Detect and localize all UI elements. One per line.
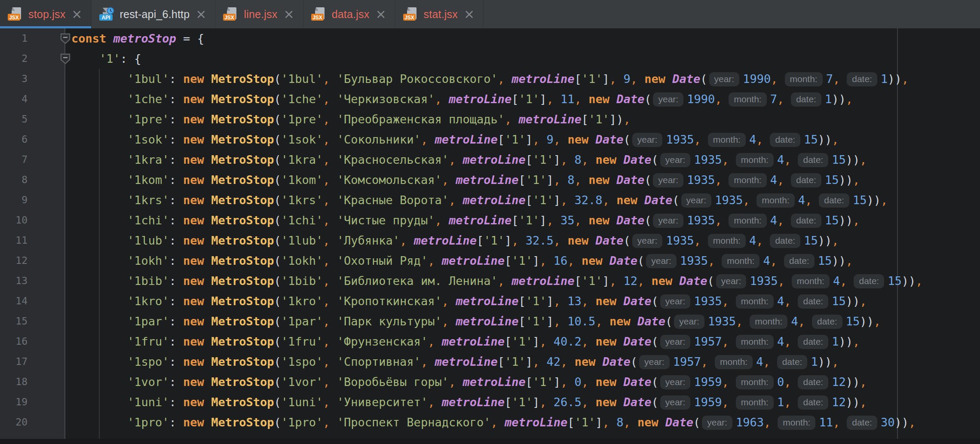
tab-label: line.jsx	[244, 8, 277, 21]
tab-close-icon[interactable]: ×	[463, 8, 475, 21]
comma-token: ,	[764, 416, 771, 429]
class-name-token: MetroStop	[211, 234, 274, 247]
comma-token: ,	[323, 375, 330, 389]
keyword-token: new	[183, 335, 204, 348]
comma-token: ,	[323, 193, 330, 207]
variable-token: Date	[623, 153, 651, 166]
comma-token: ,	[575, 214, 582, 227]
tab-close-icon[interactable]: ×	[283, 8, 295, 21]
punctuation-token: (	[631, 355, 637, 368]
horizontal-scrollbar[interactable]	[0, 439, 980, 444]
comma-token: ,	[539, 395, 546, 409]
comma-token: ,	[442, 294, 449, 308]
keyword-token: new	[183, 375, 204, 389]
string-token: '1bib'	[281, 274, 323, 288]
punctuation-token: (	[651, 395, 658, 409]
parameter-hint-badge: month:	[750, 315, 787, 329]
punctuation-token: (	[700, 72, 707, 86]
punctuation-token: (	[651, 335, 658, 348]
comma-token: ,	[853, 173, 860, 187]
jsx-file-icon: JSX	[223, 6, 239, 22]
string-token: '1vor'	[281, 375, 323, 389]
number-token: 8	[616, 416, 623, 429]
punctuation-token: (	[274, 254, 281, 267]
punctuation-token: ))	[818, 355, 832, 368]
punctuation-token: (	[693, 416, 700, 429]
comma-token: ,	[609, 274, 616, 288]
comma-token: ,	[874, 315, 881, 328]
tab-line-jsx[interactable]: JSXline.jsx×	[215, 0, 303, 28]
keyword-token: new	[595, 294, 616, 308]
number-token: 4	[756, 355, 763, 368]
code-line: '1vor': new MetroStop('1vor', 'Воробьёвы…	[0, 372, 980, 392]
tab-close-icon[interactable]: ×	[195, 8, 207, 21]
keyword-token: new	[183, 193, 204, 207]
string-token: 'Красные Ворота'	[337, 193, 449, 207]
string-token: '1fru'	[281, 335, 323, 348]
parameter-hint-badge: date:	[791, 173, 821, 187]
comma-token: ,	[860, 395, 867, 409]
comma-token: ,	[567, 254, 574, 267]
string-token: '1'	[582, 274, 603, 288]
number-token: 15	[888, 274, 902, 288]
punctuation-token: :	[169, 254, 184, 267]
punctuation-token: :	[169, 335, 184, 348]
punctuation-token: (	[274, 234, 281, 247]
comma-token: ,	[722, 335, 729, 348]
string-token: 'Кропоткинская'	[337, 294, 442, 308]
code-line: '1spo': new MetroStop('1spo', 'Спортивна…	[0, 352, 980, 372]
number-token: 42	[547, 355, 561, 368]
comma-token: ,	[853, 335, 860, 348]
comma-token: ,	[722, 395, 729, 409]
comma-token: ,	[421, 133, 428, 146]
punctuation-token: :	[169, 355, 184, 368]
comma-token: ,	[428, 335, 435, 348]
punctuation-token: (	[274, 92, 281, 106]
variable-token: metroLine	[462, 193, 525, 207]
comma-token: ,	[323, 133, 330, 146]
tab-stop-jsx[interactable]: JSXstop.jsx×	[0, 0, 92, 28]
tab-data-jsx[interactable]: JSXdata.jsx×	[303, 0, 395, 28]
comma-token: ,	[860, 294, 867, 308]
tab-stat-jsx[interactable]: JSXstat.jsx×	[395, 0, 484, 28]
code-line: '1bib': new MetroStop('1bib', 'Библиотек…	[0, 271, 980, 291]
comma-token: ,	[694, 133, 701, 146]
comma-token: ,	[323, 315, 330, 328]
comma-token: ,	[323, 173, 330, 187]
punctuation-token: [	[511, 92, 518, 106]
class-name-token: MetroStop	[211, 173, 274, 187]
punctuation-token: (	[644, 92, 651, 106]
number-token: 1959	[694, 375, 722, 389]
comma-token: ,	[533, 133, 539, 146]
fold-toggle-icon[interactable]	[59, 33, 71, 45]
punctuation-token: (	[274, 395, 281, 409]
parameter-hint-badge: date:	[798, 375, 828, 389]
code-editor[interactable]: 1234567891011121314151617181920 const me…	[0, 28, 980, 444]
tab-close-icon[interactable]: ×	[374, 8, 387, 21]
number-token: 1935	[680, 254, 708, 267]
fold-toggle-icon[interactable]	[59, 53, 71, 65]
code-line: '1': {	[0, 49, 980, 69]
tab-rest-api_6-http[interactable]: APIrest-api_6.http×	[92, 0, 216, 28]
punctuation-token: (	[274, 375, 281, 389]
string-token: '1uni'	[127, 395, 169, 409]
string-token: '1'	[533, 375, 554, 389]
tab-close-icon[interactable]: ×	[70, 8, 83, 21]
punctuation-token: ))	[894, 416, 909, 429]
number-token: 30	[881, 416, 895, 429]
variable-token: Date	[616, 214, 644, 227]
comma-token: ,	[560, 153, 567, 166]
parameter-hint-badge: date:	[812, 315, 842, 329]
string-token: '1bul'	[281, 72, 323, 86]
code-area[interactable]: const metroStop = { '1': { '1bul': new M…	[0, 28, 980, 432]
string-token: 'Сокольники'	[337, 133, 421, 146]
comma-token: ,	[694, 234, 701, 247]
punctuation-token: :	[169, 315, 184, 328]
string-token: 'Университет'	[337, 395, 428, 409]
variable-token: Date	[637, 315, 665, 328]
code-line: '1kra': new MetroStop('1kra', 'Красносел…	[0, 150, 980, 170]
comma-token: ,	[840, 274, 847, 288]
punctuation-token: (	[274, 335, 281, 348]
string-token: '1'	[519, 92, 540, 106]
punctuation-token: (	[623, 133, 630, 146]
